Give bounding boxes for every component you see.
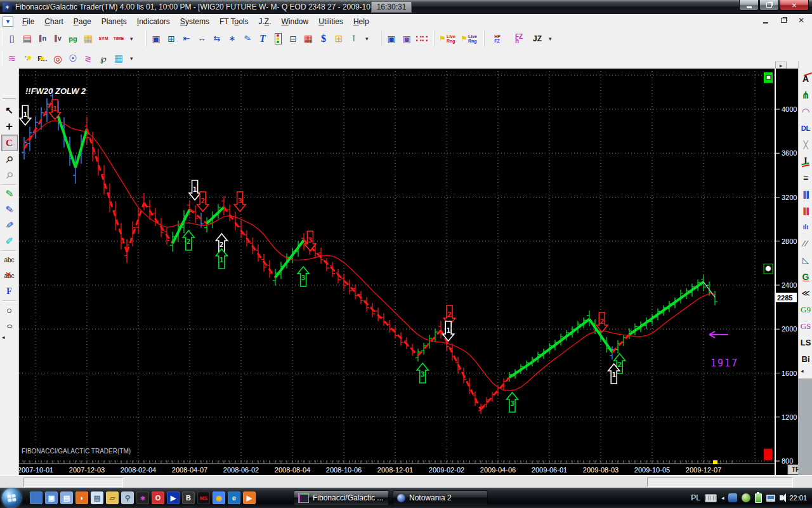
planet-wheel-button[interactable]: ☉: [65, 51, 81, 66]
shift-scale-button[interactable]: ⇆: [209, 31, 225, 46]
media-star-icon[interactable]: ∗: [136, 491, 149, 504]
horizontal-lines-tool[interactable]: ≡: [799, 170, 812, 185]
gs-tool[interactable]: GS: [799, 318, 812, 334]
g9-tool[interactable]: G9: [799, 302, 812, 318]
bird-app-icon[interactable]: ▶: [167, 491, 180, 504]
sym-button[interactable]: SYM: [96, 31, 111, 46]
notepad-icon[interactable]: ▤: [91, 491, 103, 504]
volume-icon[interactable]: [780, 495, 783, 500]
minimize-button[interactable]: [739, 0, 759, 11]
ie-icon[interactable]: e: [228, 491, 240, 504]
toolbar-handle[interactable]: [3, 95, 16, 99]
text-tool-button[interactable]: T: [255, 31, 270, 46]
target-rings-button[interactable]: ◎: [50, 51, 65, 66]
fhz-button[interactable]: FZh: [508, 31, 530, 46]
tile-windows-button[interactable]: ▣: [384, 31, 399, 46]
add-window-button[interactable]: ⊞: [164, 31, 179, 46]
tile-windows-2-button[interactable]: ▣: [399, 31, 414, 46]
page-button[interactable]: pg: [65, 31, 81, 46]
calendar-button[interactable]: ▦: [301, 31, 316, 46]
app-icon[interactable]: ✶: [3, 3, 12, 12]
opera-icon[interactable]: O: [152, 491, 164, 504]
close-button[interactable]: ✕: [780, 0, 809, 11]
b-app-icon[interactable]: B: [182, 491, 195, 504]
fan-lines-tool[interactable]: ≪: [799, 285, 812, 301]
menu-systems[interactable]: Systems: [175, 15, 214, 28]
right-toolbar-overflow-button[interactable]: ◂: [799, 368, 812, 374]
time-button[interactable]: TIME: [111, 31, 126, 46]
vertical-lines-red-tool[interactable]: ∥∥: [799, 203, 812, 218]
circle-tool[interactable]: ○: [2, 302, 17, 318]
menu-utilities[interactable]: Utilities: [313, 15, 348, 28]
expand-scale-button[interactable]: ↔: [194, 31, 209, 46]
trendline-green-tool[interactable]: ✎: [1, 185, 18, 202]
restore-button[interactable]: [759, 0, 779, 11]
network-icon[interactable]: [766, 495, 775, 502]
tray-app-icon[interactable]: [728, 493, 737, 502]
biorhythm-waves-button[interactable]: ≋: [4, 51, 20, 66]
dollar-button[interactable]: $: [316, 31, 331, 46]
ms-app-icon[interactable]: MS: [197, 491, 210, 504]
pencil-button[interactable]: ✎: [240, 31, 255, 46]
marker-cyan-tool[interactable]: ✐: [2, 234, 17, 249]
menu-file[interactable]: File: [17, 15, 39, 28]
window-grid-button[interactable]: ▦: [81, 31, 96, 46]
task-fibonacci[interactable]: Fibonacci/Galactic ...: [294, 490, 389, 505]
folder-icon[interactable]: ▱: [106, 491, 119, 504]
task-notowania[interactable]: Notowania 2: [393, 490, 488, 505]
traffic-light-button[interactable]: [270, 31, 285, 46]
zoom-document-disabled-tool[interactable]: ⚲: [0, 164, 20, 186]
pitchfork-tool[interactable]: ⋔: [799, 87, 812, 103]
menu-chart[interactable]: Chart: [39, 15, 68, 28]
mdi-document-icon[interactable]: ▼: [3, 17, 13, 27]
dropdown-button[interactable]: ▾: [545, 31, 560, 46]
mdi-restore-button[interactable]: [778, 15, 789, 25]
i-channel-tool[interactable]: I: [799, 153, 812, 169]
compress-scale-button[interactable]: ⇤: [179, 31, 194, 46]
menu-j-z-[interactable]: J.Z.: [253, 15, 276, 28]
dropdown-button[interactable]: ▾: [362, 31, 377, 46]
start-button[interactable]: [2, 488, 21, 507]
menu-window[interactable]: Window: [277, 15, 314, 28]
grid-blue-button[interactable]: ▦: [111, 51, 126, 66]
chrome-icon[interactable]: ◉: [213, 491, 225, 504]
bars-n-button[interactable]: ∥n: [35, 31, 50, 46]
display-properties-icon[interactable]: [30, 491, 43, 504]
ls-tool[interactable]: LS: [799, 335, 812, 351]
planet-dots-button[interactable]: ∵: [20, 51, 35, 66]
asterisk-button[interactable]: ∗: [225, 31, 240, 46]
retrograde-button[interactable]: R‥: [35, 51, 50, 66]
trendline-blue-tool[interactable]: ✎: [1, 201, 18, 218]
parallel-lines-tool[interactable]: ⁄⁄: [799, 236, 812, 251]
ruler-button[interactable]: ⊞: [331, 31, 346, 46]
left-toolbar-overflow-button[interactable]: ◂: [0, 334, 18, 340]
live-range-blue-button[interactable]: ⚑LiveRng: [458, 31, 480, 46]
chevron-icon[interactable]: ◂: [721, 495, 724, 501]
search-icon[interactable]: ⚲: [121, 491, 134, 504]
crosshair-tool[interactable]: +: [2, 119, 17, 134]
jz-button[interactable]: JZ: [530, 31, 545, 46]
hp-fz-button[interactable]: HPFZ: [487, 31, 508, 46]
fibonacci-f-tool[interactable]: F: [2, 284, 17, 299]
pointer-tool[interactable]: ↖: [2, 103, 17, 118]
chart-area[interactable]: 112122133332132211917!!FW20 ZOLW 2FIBONA…: [19, 69, 798, 475]
delete-text-tool[interactable]: abc: [2, 268, 17, 283]
candle-button[interactable]: ⊺: [346, 31, 362, 46]
dropdown-button[interactable]: ▾: [126, 51, 141, 66]
window-titlebar[interactable]: ✶ Fibonacci/Galactic Trader(TM) 4.00 lis…: [0, 0, 812, 14]
battery-icon[interactable]: [755, 493, 762, 503]
dropdown-button[interactable]: ▾: [126, 31, 141, 46]
gann-g-tool[interactable]: G: [799, 269, 812, 284]
show-desktop-icon[interactable]: ▣: [45, 491, 58, 504]
trendline-blue-2-tool[interactable]: ✎: [1, 217, 18, 234]
crossed-lines-tool[interactable]: ╳: [799, 137, 812, 152]
dl-tool[interactable]: DL: [799, 120, 812, 136]
andrews-a-tool[interactable]: A: [799, 70, 812, 86]
firefox-icon[interactable]: ◗: [75, 491, 88, 504]
language-indicator[interactable]: PL: [691, 493, 700, 502]
keyboard-icon[interactable]: [705, 494, 717, 502]
media-player-icon[interactable]: ▶: [243, 491, 256, 504]
histogram-tool[interactable]: ıIı: [799, 219, 812, 235]
menu-page[interactable]: Page: [69, 15, 96, 28]
open-chart-button[interactable]: ▤: [20, 31, 35, 46]
